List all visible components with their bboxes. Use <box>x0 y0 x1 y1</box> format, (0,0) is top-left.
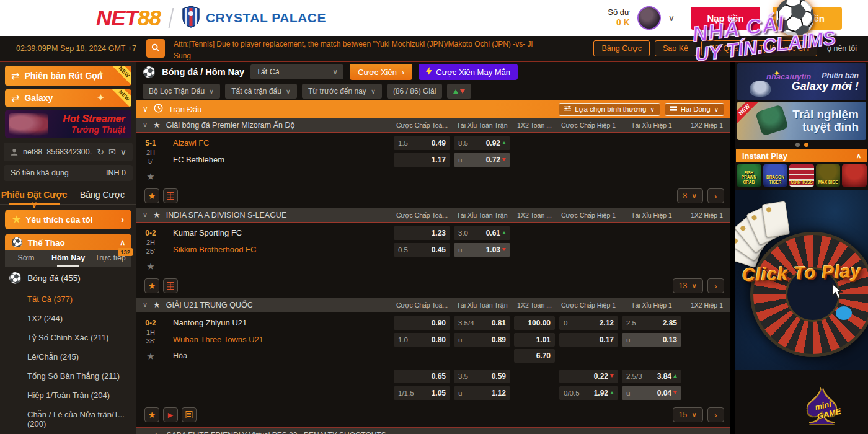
odds-cell[interactable]: u0.72 <box>454 153 510 167</box>
odds-cell[interactable]: 1.23 <box>394 226 450 240</box>
sidebar-item-total-goals[interactable]: Tổng Số Bàn Thắng (211) <box>0 366 136 386</box>
hot-streamer-banner[interactable]: Hot Streamer Tường Thuật <box>5 110 131 138</box>
star-icon[interactable]: ★ <box>153 431 160 434</box>
odds-cell[interactable]: 1.50.49 <box>394 136 450 150</box>
chevron-down-icon[interactable]: ∨ <box>143 121 148 129</box>
odds-cell[interactable]: 0.22 <box>559 370 618 383</box>
parlay-button[interactable]: Cược Xiên› <box>350 64 412 80</box>
casino-promo[interactable]: Click To Play <box>735 190 868 370</box>
league-header[interactable]: ∨★INDIA SFA A DIVISION S-LEAGUE Cược Chấ… <box>136 208 730 223</box>
collapsed-league-row[interactable]: ›★ SABA ELITE FRIENDLY Virtual PES 23 - … <box>136 427 730 434</box>
statement-button[interactable]: Sao Kê <box>655 40 696 56</box>
favorite-star-icon[interactable]: ★ <box>146 171 154 182</box>
account-chevron-down-icon[interactable]: ∨ <box>668 13 675 23</box>
odds-cell[interactable]: 0.50.45 <box>394 243 450 257</box>
user-account-row[interactable]: net88_8568342300... ↻ ✉ ∨ <box>4 143 133 161</box>
chevron-down-icon[interactable]: ∨ <box>143 301 148 309</box>
avatar[interactable] <box>637 6 661 30</box>
sort-button[interactable] <box>447 84 471 99</box>
league-header[interactable]: ∨★GIẢI U21 TRUNG QUỐC Cược Chấp Toà... T… <box>136 298 730 312</box>
more-bets-dropdown[interactable]: 13∨ <box>673 278 703 293</box>
odds-cell[interactable]: 1.00.80 <box>394 333 450 347</box>
announcement-text[interactable]: Attn:[Tennis] Due to player replacement,… <box>174 37 551 60</box>
sidebar-item-odd-even[interactable]: Lẻ/Chẵn (245) <box>0 347 136 366</box>
game-fish-prawn-crab[interactable]: FISH PRAWN CRAB <box>737 164 761 187</box>
odds-cell[interactable]: 0.17 <box>559 333 618 347</box>
odds-cell[interactable]: 3.5/40.81 <box>454 316 510 330</box>
next-arrow-button[interactable]: › <box>707 278 724 293</box>
odds-cell[interactable]: 100.00 <box>514 316 555 330</box>
favorite-star-icon[interactable]: ★ <box>146 261 154 272</box>
mail-icon[interactable]: ✉ <box>108 147 116 157</box>
odds-cell[interactable]: u1.03 <box>454 243 510 257</box>
tab-early[interactable]: Sớm <box>5 250 47 267</box>
draw-label[interactable]: Hòa <box>165 352 392 360</box>
odds-cell[interactable]: 2.52.85 <box>622 316 681 330</box>
time-range-dropdown[interactable]: Từ trước đến nay∨ <box>302 84 382 99</box>
away-team[interactable]: FC Bethlehem <box>165 155 392 164</box>
sidebar-item-1x2[interactable]: 1X2 (244) <box>0 309 136 328</box>
stats-grid-button[interactable] <box>163 278 178 293</box>
row-mode-dropdown[interactable]: Hai Dòng∨ <box>665 103 724 116</box>
favorite-star-icon[interactable]: ★ <box>146 351 154 362</box>
tab-bet-slip[interactable]: Phiếu Đặt Cược ∨ <box>0 186 68 204</box>
stats-grid-button[interactable] <box>163 188 178 203</box>
game-max-dice[interactable]: MAX DICE <box>816 164 841 187</box>
galaxy-version-button[interactable]: ⇄ Galaxy ✦ NEW <box>5 89 131 107</box>
tab-bet-board[interactable]: Bảng Cược <box>68 186 136 204</box>
withdraw-button[interactable]: Rút tiền <box>773 7 842 30</box>
compact-version-button[interactable]: ⇄ Phiên bản Rút Gọn ✦ NEW <box>5 66 131 86</box>
chevron-down-icon[interactable]: ∨ <box>143 105 148 113</box>
stats-list-button[interactable] <box>182 407 197 422</box>
experience-promo-banner[interactable]: NEW Trải nghiệm tuyệt đỉnh <box>737 102 866 140</box>
league-count-button[interactable]: (86 / 86) Giải <box>387 84 442 99</box>
league-filter-dropdown[interactable]: Tất Cả∨ <box>250 64 343 79</box>
home-team[interactable]: Kumar Sporting FC <box>165 228 392 237</box>
odds-cell[interactable]: 0.65 <box>394 370 450 383</box>
more-bets-dropdown[interactable]: 15∨ <box>673 407 703 422</box>
odds-cell[interactable]: u0.89 <box>454 333 510 347</box>
chevron-down-icon[interactable]: ∨ <box>143 211 148 219</box>
sport-football-row[interactable]: ⚽ Bóng đá (455) <box>0 267 136 290</box>
deposit-button[interactable]: Nạp tiền <box>691 7 760 30</box>
tab-live[interactable]: Trực tiếp132 <box>89 250 131 267</box>
all-matches-dropdown[interactable]: Tất cả trận đấu∨ <box>225 84 297 99</box>
sidebar-item-half-odd-even[interactable]: Chẵn / Lẻ của Nửa trận/T... (200) <box>0 405 136 433</box>
game-tile-partial[interactable] <box>842 164 867 187</box>
odds-cell[interactable]: 1/1.51.05 <box>394 386 450 400</box>
view-mode-dropdown[interactable]: Lựa chọn bình thường∨ <box>559 103 660 116</box>
star-icon[interactable]: ★ <box>153 210 161 219</box>
instant-play-header[interactable]: Instant Play ∧ <box>736 149 867 162</box>
net88-logo[interactable]: NET88 <box>96 6 161 30</box>
tab-today[interactable]: Hôm Nay <box>47 250 89 267</box>
mini-game-button[interactable]: ♠ mini GAME <box>806 381 863 434</box>
refresh-icon[interactable]: ↻ <box>97 147 104 157</box>
odds-cell[interactable]: 8.50.92 <box>454 136 510 150</box>
favorite-button[interactable]: ★ <box>144 188 159 203</box>
search-button[interactable] <box>146 39 165 58</box>
star-icon[interactable]: ★ <box>153 120 161 130</box>
results-button[interactable]: Kết Quả <box>701 40 746 56</box>
sidebar-item-ht-ft[interactable]: Hiệp 1/Toàn Trận (204) <box>0 386 136 405</box>
odds-cell[interactable]: u0.04 <box>622 386 681 400</box>
next-arrow-button[interactable]: › <box>707 188 724 203</box>
home-team[interactable]: Aizawl FC <box>165 138 392 148</box>
odds-cell[interactable]: 3.50.59 <box>454 370 510 383</box>
star-icon[interactable]: ★ <box>153 300 161 309</box>
favorite-button[interactable]: ★ <box>144 407 159 422</box>
live-stream-button[interactable]: ▶ <box>163 407 178 422</box>
more-bets-dropdown[interactable]: 8∨ <box>677 188 703 203</box>
chevron-down-icon[interactable]: ∨ <box>120 147 126 157</box>
odds-cell[interactable]: 6.70 <box>514 349 555 363</box>
odds-cell[interactable]: 0/0.51.92 <box>559 386 618 400</box>
game-dragon-tiger[interactable]: DRAGON TIGER <box>763 164 788 187</box>
league-header[interactable]: ∨★Giải bóng đá Premier Mizoram Ấn Độ Cượ… <box>136 118 730 133</box>
home-team[interactable]: Nantong Zhiyun U21 <box>165 318 392 327</box>
game-coin-toss[interactable]: COIN TOSS <box>789 164 814 187</box>
galaxy-promo-banner[interactable]: ✦ Phiên bản Galaxy mới ! <box>737 63 866 100</box>
carousel-dot-active[interactable] <box>804 143 808 147</box>
odds-cell[interactable]: 1.17 <box>394 153 450 167</box>
sidebar-item-correct-score[interactable]: Tỷ Số Chính Xác (211) <box>0 328 136 347</box>
carousel-dot[interactable] <box>795 143 800 147</box>
dark-mode-label[interactable]: ộ nền tối <box>827 44 857 53</box>
